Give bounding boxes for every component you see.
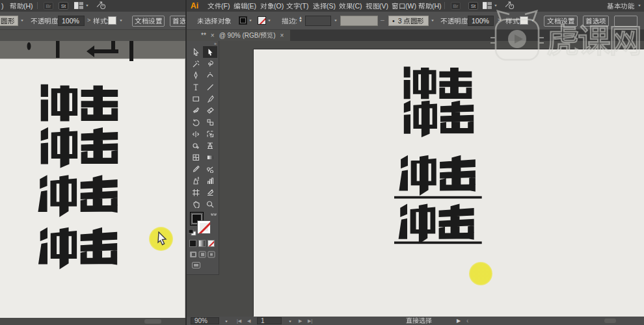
mesh-tool-icon[interactable]	[189, 151, 203, 163]
curvature-tool-icon[interactable]	[203, 70, 217, 81]
eyedropper-tool-icon[interactable]	[189, 163, 203, 175]
stroke-weight-stepper[interactable]: ▲▼	[299, 16, 302, 23]
symbol-sprayer-tool-icon[interactable]	[189, 175, 203, 187]
logotype-design-4[interactable]	[37, 225, 121, 266]
menu-edit[interactable]: (E)	[234, 2, 256, 10]
menu-help[interactable]: (H)	[418, 2, 442, 10]
magic-wand-tool-icon[interactable]	[189, 58, 203, 70]
shape-type-field[interactable]	[0, 16, 18, 26]
color-mode-button[interactable]	[189, 240, 196, 247]
hand-tool-icon[interactable]	[189, 198, 203, 210]
free-transform-tool-icon[interactable]	[203, 128, 217, 140]
brush-definition-field[interactable]: • 3	[388, 16, 429, 26]
logotype-design-3[interactable]	[37, 172, 121, 214]
menu-effect[interactable]: (C)	[339, 2, 362, 10]
status-flyout-icon[interactable]: ▶	[457, 318, 461, 324]
stroke-weight-field[interactable]	[305, 16, 331, 26]
blend-tool-icon[interactable]	[203, 163, 217, 175]
style-swatch[interactable]	[108, 16, 116, 25]
menu-window[interactable]: (W)	[392, 2, 416, 10]
preferences-button[interactable]	[170, 16, 187, 27]
brush-name: 3	[398, 17, 424, 25]
line-segment-tool-icon[interactable]	[203, 81, 217, 93]
swap-fill-stroke-icon[interactable]	[210, 211, 217, 218]
slice-tool-icon[interactable]	[203, 187, 217, 198]
opacity-flyout-arrow[interactable]: >	[87, 17, 90, 23]
gradient-tool-icon[interactable]	[203, 151, 217, 163]
share-icon[interactable]	[96, 1, 106, 11]
tab-close-icon[interactable]: ×	[280, 32, 284, 39]
gradient-mode-button[interactable]	[198, 240, 206, 247]
scrollbar-thumb[interactable]	[604, 318, 616, 323]
document-setup-button[interactable]	[132, 16, 165, 27]
chevron-down-icon[interactable]: ▼	[224, 320, 228, 323]
left-document-window: ) (H) Br St ▼ ▼ : 100% > : ▼	[0, 0, 187, 325]
logotype-design-4[interactable]	[394, 200, 483, 247]
zoom-tool-icon[interactable]	[203, 198, 217, 210]
opacity-value-field[interactable]: 100%	[58, 16, 85, 26]
selection-tool-icon[interactable]	[203, 46, 217, 58]
shaper-tool-icon[interactable]	[189, 105, 203, 116]
zoom-level-field[interactable]: 90%	[191, 317, 219, 324]
chevron-down-icon[interactable]: ▼	[431, 19, 435, 22]
rotate-tool-icon[interactable]	[189, 116, 203, 128]
menu-help-left[interactable]: (H)	[10, 2, 33, 10]
tab-close-icon[interactable]: ×	[211, 32, 215, 39]
document-tab[interactable]: ** × @ 90% (RGB/) ×	[187, 30, 290, 41]
menu-object[interactable]: (O)	[260, 2, 284, 10]
chevron-down-icon[interactable]: ▼	[637, 4, 641, 7]
collapse-panel-icon[interactable]: »	[214, 42, 217, 46]
eraser-tool-icon[interactable]	[203, 105, 217, 116]
tool-grid	[189, 46, 217, 210]
stroke-color-swatch[interactable]	[197, 220, 211, 234]
width-tool-icon[interactable]	[189, 128, 203, 140]
arrange-documents-icon[interactable]	[74, 2, 83, 10]
artboard-number-field[interactable]: 1	[257, 317, 282, 324]
none-mode-button[interactable]	[208, 240, 215, 247]
chevron-down-icon[interactable]: ▼	[20, 19, 24, 22]
first-artboard-icon[interactable]: |◀	[237, 318, 241, 324]
logotype-design-1[interactable]	[401, 64, 475, 101]
artboard-tool-icon[interactable]	[189, 187, 203, 198]
chevron-down-icon[interactable]: ▼	[267, 19, 271, 22]
scale-tool-icon[interactable]	[203, 116, 217, 128]
paintbrush-tool-icon[interactable]	[203, 93, 217, 105]
next-artboard-icon[interactable]: ▶	[299, 318, 302, 324]
menu-type[interactable]: (T)	[286, 2, 308, 10]
last-artboard-icon[interactable]: ▶|	[308, 318, 312, 324]
direct-selection-tool-icon[interactable]	[189, 46, 203, 58]
drawing-modes-icons[interactable]	[189, 251, 215, 258]
default-fill-stroke-icon[interactable]	[189, 229, 196, 236]
fill-swatch[interactable]	[239, 16, 247, 25]
perspective-grid-tool-icon[interactable]	[203, 140, 217, 151]
rectangle-tool-icon[interactable]	[189, 93, 203, 105]
bridge-icon[interactable]: Br	[44, 2, 53, 10]
pen-tool-icon[interactable]	[189, 70, 203, 81]
stock-icon[interactable]: St	[468, 2, 478, 10]
chevron-down-icon[interactable]: ▼	[494, 4, 498, 7]
chevron-down-icon[interactable]: ▼	[119, 19, 123, 22]
chevron-down-icon[interactable]: ▼	[248, 19, 252, 22]
stock-icon[interactable]: St	[59, 2, 68, 10]
logotype-design-2[interactable]	[401, 98, 477, 136]
screen-mode-icon[interactable]	[192, 262, 200, 268]
logotype-design-1[interactable]	[37, 82, 122, 124]
menu-view[interactable]: (V)	[366, 2, 388, 10]
lasso-tool-icon[interactable]	[203, 58, 217, 70]
shape-builder-tool-icon[interactable]	[189, 140, 203, 151]
logotype-design-2[interactable]	[37, 125, 122, 166]
variable-width-profile-field[interactable]	[340, 16, 378, 26]
bridge-icon[interactable]: Br	[451, 2, 461, 10]
column-graph-tool-icon[interactable]	[203, 175, 217, 187]
chevron-down-icon[interactable]: ▼	[85, 4, 89, 7]
logotype-design-3[interactable]	[398, 153, 479, 193]
stroke-swatch[interactable]	[258, 16, 266, 25]
cursor-highlight	[469, 262, 492, 285]
menu-select[interactable]: (S)	[313, 2, 336, 10]
chevron-down-icon[interactable]: ▼	[334, 19, 338, 22]
menu-file[interactable]: (F)	[208, 2, 230, 10]
chevron-down-icon[interactable]: ▼	[288, 320, 292, 323]
type-tool-icon[interactable]	[189, 81, 203, 93]
prev-artboard-icon[interactable]: ◀	[247, 318, 250, 324]
scrollbar-thumb[interactable]	[144, 319, 161, 324]
